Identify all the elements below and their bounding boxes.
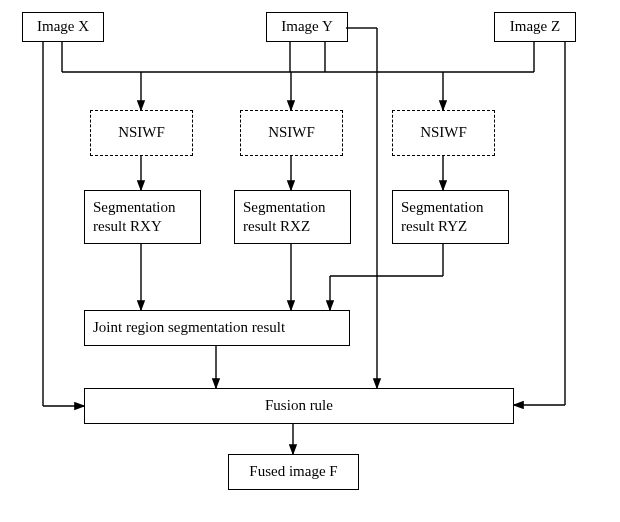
input-image-x-label: Image X <box>37 17 89 37</box>
input-image-x: Image X <box>22 12 104 42</box>
input-image-y: Image Y <box>266 12 348 42</box>
seg-result-rxz-label: Segmentation result RXZ <box>243 198 342 237</box>
seg-result-ryz-label: Segmentation result RYZ <box>401 198 500 237</box>
connector-lines <box>0 0 620 522</box>
seg-result-rxy: Segmentation result RXY <box>84 190 201 244</box>
nsiwf-label-1: NSIWF <box>118 123 165 143</box>
fusion-rule-box: Fusion rule <box>84 388 514 424</box>
joint-region-label: Joint region segmentation result <box>93 318 285 338</box>
input-image-z: Image Z <box>494 12 576 42</box>
nsiwf-box-3: NSIWF <box>392 110 495 156</box>
seg-result-rxz: Segmentation result RXZ <box>234 190 351 244</box>
joint-region-box: Joint region segmentation result <box>84 310 350 346</box>
fusion-rule-label: Fusion rule <box>265 396 333 416</box>
fused-image-label: Fused image F <box>249 462 337 482</box>
nsiwf-box-2: NSIWF <box>240 110 343 156</box>
seg-result-ryz: Segmentation result RYZ <box>392 190 509 244</box>
fused-image-box: Fused image F <box>228 454 359 490</box>
nsiwf-box-1: NSIWF <box>90 110 193 156</box>
input-image-y-label: Image Y <box>281 17 333 37</box>
input-image-z-label: Image Z <box>510 17 560 37</box>
nsiwf-label-3: NSIWF <box>420 123 467 143</box>
seg-result-rxy-label: Segmentation result RXY <box>93 198 192 237</box>
nsiwf-label-2: NSIWF <box>268 123 315 143</box>
